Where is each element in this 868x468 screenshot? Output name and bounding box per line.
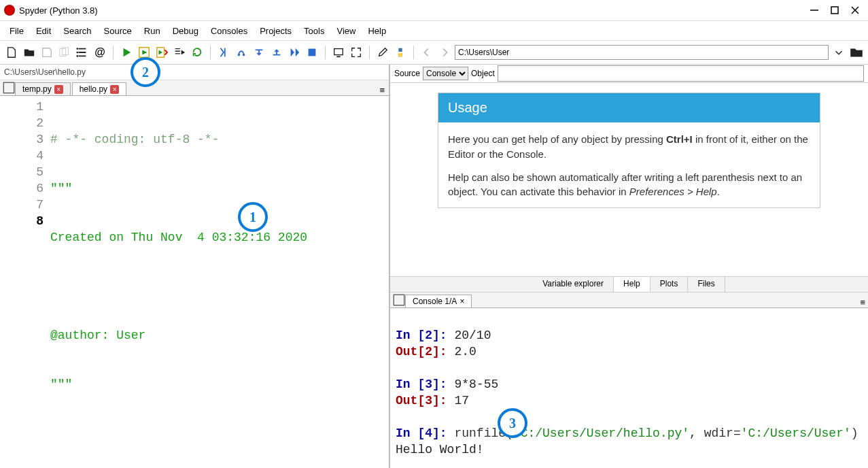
run-selection-icon[interactable] bbox=[172, 45, 187, 60]
tab-list-icon[interactable] bbox=[3, 80, 15, 95]
menu-file[interactable]: File bbox=[4, 24, 29, 37]
tab-label: hello.py bbox=[80, 84, 107, 94]
debug-icon[interactable] bbox=[216, 45, 231, 60]
help-source-bar: Source Console Object bbox=[390, 65, 868, 83]
source-select[interactable]: Console bbox=[423, 67, 468, 80]
console-tabs: Console 1/A × ≡ bbox=[390, 292, 868, 308]
source-label: Source bbox=[394, 69, 420, 78]
window-controls bbox=[810, 5, 864, 15]
outline-icon[interactable] bbox=[75, 45, 90, 60]
editor-path-bar: C:\Users\User\hello.py bbox=[0, 65, 389, 80]
tab-variable-explorer[interactable]: Variable explorer bbox=[533, 277, 614, 292]
dropdown-icon[interactable] bbox=[831, 45, 846, 60]
svg-rect-16 bbox=[394, 295, 404, 305]
help-body: Here you can get help of any object by p… bbox=[438, 122, 820, 199]
svg-point-11 bbox=[238, 54, 241, 56]
spyder-icon bbox=[4, 5, 15, 16]
svg-rect-1 bbox=[831, 7, 838, 14]
annotation-badge-2: 2 bbox=[131, 57, 160, 87]
console-tab[interactable]: Console 1/A × bbox=[405, 295, 472, 307]
tab-label: temp.py bbox=[22, 84, 52, 94]
save-all-icon[interactable] bbox=[57, 45, 72, 60]
annotation-badge-3: 3 bbox=[498, 408, 527, 438]
menu-search[interactable]: Search bbox=[58, 24, 97, 37]
right-pane-tabs: Variable explorer Help Plots Files bbox=[390, 276, 868, 292]
ipython-console[interactable]: In [2]: 20/10 Out[2]: 2.0 In [3]: 9*8-55… bbox=[390, 308, 868, 468]
menu-edit[interactable]: Edit bbox=[31, 24, 56, 37]
titlebar: Spyder (Python 3.8) bbox=[0, 0, 868, 21]
svg-point-8 bbox=[76, 55, 78, 57]
editor-options-icon[interactable]: ≡ bbox=[379, 85, 385, 95]
menu-view[interactable]: View bbox=[331, 24, 361, 37]
tab-files[interactable]: Files bbox=[688, 277, 725, 292]
at-icon[interactable]: @ bbox=[92, 45, 107, 60]
new-file-icon[interactable] bbox=[4, 45, 19, 60]
close-button[interactable] bbox=[850, 5, 860, 15]
tab-label: Console 1/A bbox=[413, 297, 457, 306]
step-into-icon[interactable] bbox=[251, 45, 266, 60]
run-icon[interactable] bbox=[119, 45, 134, 60]
object-input[interactable] bbox=[498, 65, 864, 82]
continue-icon[interactable] bbox=[287, 45, 302, 60]
line-gutter: 1 2 3 4 5 6 7 8 bbox=[0, 96, 50, 468]
maximize-button[interactable] bbox=[830, 5, 839, 15]
stop-debug-icon[interactable] bbox=[305, 45, 319, 60]
minimize-button[interactable] bbox=[810, 5, 819, 15]
menu-source[interactable]: Source bbox=[99, 24, 137, 37]
svg-rect-14 bbox=[334, 49, 343, 55]
editor-path: C:\Users\User\hello.py bbox=[4, 67, 86, 77]
working-directory-input[interactable] bbox=[455, 45, 829, 60]
menu-run[interactable]: Run bbox=[139, 24, 166, 37]
menu-projects[interactable]: Projects bbox=[254, 24, 297, 37]
code-editor[interactable]: 1 2 3 4 5 6 7 8 # -*- coding: utf-8 -*- … bbox=[0, 96, 389, 468]
code-area[interactable]: # -*- coding: utf-8 -*- """ Created on T… bbox=[50, 96, 389, 468]
menu-debug[interactable]: Debug bbox=[167, 24, 204, 37]
svg-point-6 bbox=[76, 48, 78, 50]
help-pane: Usage Here you can get help of any objec… bbox=[390, 83, 868, 276]
menu-consoles[interactable]: Consoles bbox=[205, 24, 253, 37]
run-cell-advance-icon[interactable] bbox=[154, 45, 169, 60]
editor-tabs: temp.py × hello.py × ≡ bbox=[0, 80, 389, 96]
step-over-icon[interactable] bbox=[234, 45, 249, 60]
tab-plots[interactable]: Plots bbox=[650, 277, 689, 292]
menu-tools[interactable]: Tools bbox=[298, 24, 330, 37]
console-options-icon[interactable]: ≡ bbox=[860, 297, 865, 307]
svg-rect-15 bbox=[3, 82, 14, 93]
step-out-icon[interactable] bbox=[269, 45, 284, 60]
svg-point-7 bbox=[76, 52, 78, 54]
open-file-icon[interactable] bbox=[22, 45, 37, 60]
forward-icon[interactable] bbox=[437, 45, 452, 60]
python-path-icon[interactable] bbox=[393, 45, 408, 60]
save-icon[interactable] bbox=[39, 45, 54, 60]
close-icon[interactable]: × bbox=[54, 85, 63, 94]
help-title: Usage bbox=[438, 93, 820, 122]
toolbar: @ bbox=[0, 41, 868, 65]
working-directory bbox=[455, 45, 829, 60]
tab-list-icon[interactable] bbox=[393, 292, 405, 307]
menu-help[interactable]: Help bbox=[362, 24, 392, 37]
tab-hello-py[interactable]: hello.py × bbox=[72, 82, 126, 95]
maximize-pane-icon[interactable] bbox=[349, 45, 364, 60]
object-label: Object bbox=[471, 69, 495, 78]
right-pane: Source Console Object Usage Here you can… bbox=[390, 65, 868, 468]
tab-temp-py[interactable]: temp.py × bbox=[15, 82, 71, 95]
svg-rect-13 bbox=[309, 49, 316, 56]
annotation-badge-1: 1 bbox=[238, 202, 268, 232]
close-icon[interactable]: × bbox=[110, 85, 119, 94]
back-icon[interactable] bbox=[419, 45, 434, 60]
browse-folder-icon[interactable] bbox=[849, 45, 864, 60]
close-icon[interactable]: × bbox=[459, 297, 464, 306]
menubar: File Edit Search Source Run Debug Consol… bbox=[0, 21, 868, 41]
tab-help[interactable]: Help bbox=[614, 277, 650, 292]
rerun-icon[interactable] bbox=[190, 45, 205, 60]
window-title: Spyder (Python 3.8) bbox=[19, 5, 810, 16]
preferences-icon[interactable] bbox=[375, 45, 390, 60]
svg-point-12 bbox=[243, 54, 245, 56]
editor-pane: C:\Users\User\hello.py temp.py × hello.p… bbox=[0, 65, 390, 468]
console-output: Hello World! bbox=[396, 443, 484, 456]
restart-kernel-icon[interactable] bbox=[331, 45, 346, 60]
